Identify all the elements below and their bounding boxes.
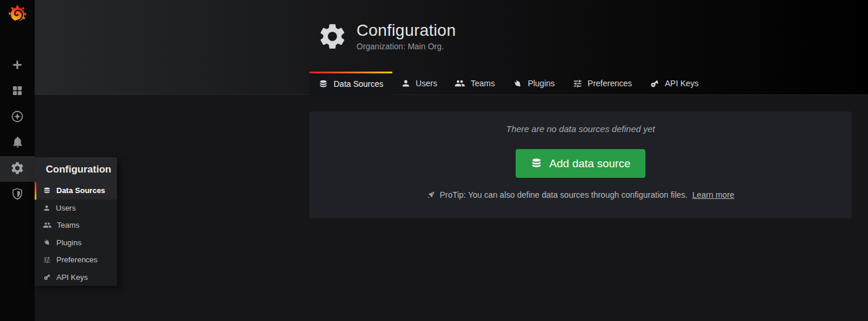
tab-plugins[interactable]: Plugins xyxy=(504,72,564,95)
tab-data-sources[interactable]: Data Sources xyxy=(309,72,392,96)
database-icon xyxy=(43,187,51,195)
tab-label: Users xyxy=(416,79,438,88)
flyout-item-label: Users xyxy=(56,204,76,212)
users-icon xyxy=(43,221,52,229)
sidebar-item-server-admin[interactable] xyxy=(0,182,35,208)
users-icon xyxy=(455,78,465,89)
flyout-item-users[interactable]: Users xyxy=(35,200,117,217)
key-icon xyxy=(650,79,660,89)
plug-icon xyxy=(513,79,523,89)
tab-label: API Keys xyxy=(665,79,699,88)
sliders-icon xyxy=(43,256,51,264)
flyout-item-label: Plugins xyxy=(56,238,82,247)
flyout-item-teams[interactable]: Teams xyxy=(35,217,117,234)
gear-icon xyxy=(10,161,25,178)
flyout-item-api-keys[interactable]: API Keys xyxy=(35,269,117,286)
sidebar-item-create[interactable] xyxy=(0,53,35,79)
tab-preferences[interactable]: Preferences xyxy=(564,72,641,95)
learn-more-link[interactable]: Learn more xyxy=(692,190,735,200)
page-title: Configuration xyxy=(356,22,456,40)
tab-teams[interactable]: Teams xyxy=(446,72,503,95)
flyout-title[interactable]: Configuration xyxy=(35,157,117,182)
page-subtitle: Organization: Main Org. xyxy=(356,42,456,51)
database-icon xyxy=(318,79,328,89)
flyout-item-label: Teams xyxy=(57,221,79,229)
plug-icon xyxy=(43,238,51,246)
side-menu xyxy=(0,0,35,321)
add-data-source-button[interactable]: Add data source xyxy=(516,149,645,178)
sliders-icon xyxy=(573,79,583,89)
flyout-item-label: Data Sources xyxy=(56,186,105,195)
compass-icon xyxy=(11,110,24,126)
apps-icon xyxy=(11,85,23,99)
protip-text: ProTip: You can also define data sources… xyxy=(440,190,688,200)
plus-icon xyxy=(11,59,23,73)
empty-state-panel: There are no data sources defined yet Ad… xyxy=(309,111,852,218)
grafana-logo[interactable] xyxy=(7,4,28,23)
sidebar-item-alerting[interactable] xyxy=(0,130,35,156)
tab-label: Plugins xyxy=(528,79,555,88)
configuration-flyout-menu: Configuration Data Sources Users Teams P… xyxy=(35,157,117,286)
sidebar-item-configuration[interactable] xyxy=(0,156,35,182)
tab-bar: Data Sources Users Teams Plugins Prefere… xyxy=(309,72,708,95)
flyout-item-plugins[interactable]: Plugins xyxy=(35,234,117,252)
tab-label: Teams xyxy=(470,79,494,88)
tab-label: Preferences xyxy=(588,79,632,88)
database-icon xyxy=(530,157,543,170)
flyout-item-data-sources[interactable]: Data Sources xyxy=(35,182,117,200)
page-header-content: Configuration Organization: Main Org. xyxy=(317,21,456,52)
flyout-item-label: Preferences xyxy=(56,255,97,264)
user-icon xyxy=(43,204,51,212)
bell-icon xyxy=(11,136,24,151)
tab-users[interactable]: Users xyxy=(392,72,446,95)
tab-api-keys[interactable]: API Keys xyxy=(641,72,708,95)
empty-state-message: There are no data sources defined yet xyxy=(506,124,655,134)
rocket-icon xyxy=(427,191,435,199)
gear-icon xyxy=(317,21,348,52)
page-header-text: Configuration Organization: Main Org. xyxy=(356,22,456,52)
sidebar-item-explore[interactable] xyxy=(0,104,35,130)
tab-label: Data Sources xyxy=(334,79,383,89)
add-data-source-label: Add data source xyxy=(549,157,630,170)
flyout-item-preferences[interactable]: Preferences xyxy=(35,251,117,269)
sidebar-item-dashboards[interactable] xyxy=(0,79,35,104)
protip: ProTip: You can also define data sources… xyxy=(427,190,735,200)
user-icon xyxy=(401,79,411,88)
key-icon xyxy=(43,273,51,281)
flyout-item-label: API Keys xyxy=(56,273,88,282)
shield-icon xyxy=(11,187,24,203)
